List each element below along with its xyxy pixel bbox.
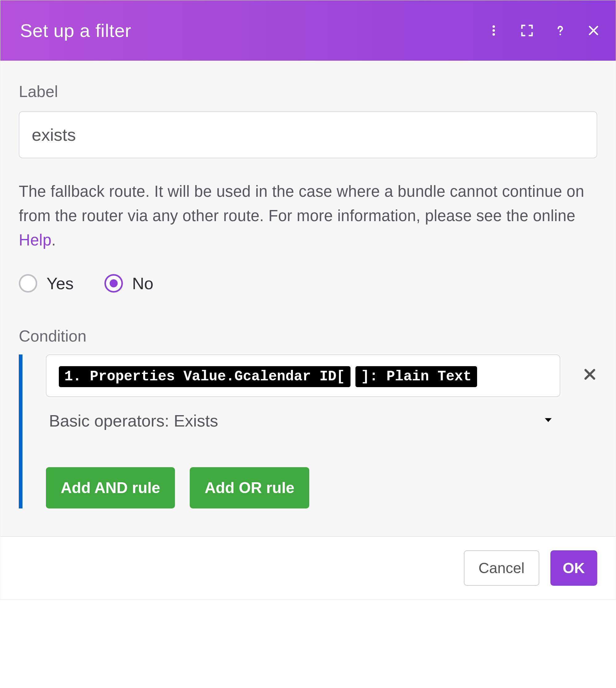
operator-select[interactable]: Basic operators: Exists xyxy=(46,408,560,433)
description-suffix: . xyxy=(51,231,56,249)
radio-no[interactable]: No xyxy=(104,274,153,293)
dialog-title: Set up a filter xyxy=(20,20,486,41)
fallback-description: The fallback route. It will be used in t… xyxy=(19,179,597,252)
condition-value-input[interactable]: 1. Properties Value.Gcalendar ID[ ]: Pla… xyxy=(46,354,560,397)
dialog-footer: Cancel OK xyxy=(0,536,616,599)
help-icon[interactable] xyxy=(553,23,568,38)
condition-label: Condition xyxy=(19,327,597,345)
value-pill: ]: Plain Text xyxy=(355,366,477,387)
ok-button[interactable]: OK xyxy=(550,550,597,586)
value-pill: 1. Properties Value.Gcalendar ID[ xyxy=(59,366,351,387)
operator-text: Basic operators: Exists xyxy=(49,411,218,430)
label-input[interactable] xyxy=(19,111,597,158)
chevron-down-icon xyxy=(543,414,554,427)
fallback-radio-group: Yes No xyxy=(19,274,597,293)
radio-no-label: No xyxy=(132,274,153,293)
radio-icon xyxy=(104,274,123,293)
description-text: The fallback route. It will be used in t… xyxy=(19,183,584,224)
radio-yes-label: Yes xyxy=(46,274,73,293)
svg-point-1 xyxy=(492,29,495,32)
svg-point-3 xyxy=(559,34,561,35)
condition-block: 1. Properties Value.Gcalendar ID[ ]: Pla… xyxy=(19,354,597,508)
radio-icon xyxy=(19,274,37,293)
close-icon[interactable] xyxy=(586,23,601,38)
rule-buttons: Add AND rule Add OR rule xyxy=(46,467,597,508)
expand-icon[interactable] xyxy=(520,23,534,38)
more-icon[interactable] xyxy=(486,23,501,38)
label-field-label: Label xyxy=(19,82,597,101)
dialog-header: Set up a filter xyxy=(0,0,616,61)
cancel-button[interactable]: Cancel xyxy=(464,550,539,586)
header-actions xyxy=(486,23,601,38)
remove-condition-icon[interactable] xyxy=(582,366,597,386)
add-and-rule-button[interactable]: Add AND rule xyxy=(46,467,175,508)
radio-yes[interactable]: Yes xyxy=(19,274,73,293)
help-link[interactable]: Help xyxy=(19,231,51,249)
svg-point-2 xyxy=(492,33,495,36)
filter-dialog: Set up a filter Label xyxy=(0,0,616,600)
condition-value-row: 1. Properties Value.Gcalendar ID[ ]: Pla… xyxy=(46,354,597,397)
add-or-rule-button[interactable]: Add OR rule xyxy=(190,467,309,508)
dialog-body: Label The fallback route. It will be use… xyxy=(0,61,616,536)
svg-point-0 xyxy=(492,25,495,28)
